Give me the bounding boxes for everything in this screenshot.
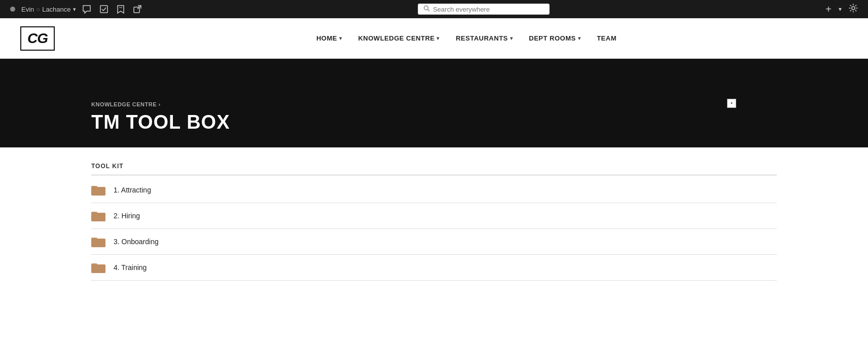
search-input[interactable] <box>433 6 544 13</box>
folder-icon <box>91 262 105 273</box>
hero-banner: KNOWLEDGE CENTRE › TM TOOL BOX • <box>0 59 868 147</box>
breadcrumb[interactable]: KNOWLEDGE CENTRE › <box>91 101 230 107</box>
nav-item-team[interactable]: TEAM <box>597 34 617 42</box>
nav-bar: CG HOME ▾ KNOWLEDGE CENTRE ▾ RESTAURANTS… <box>0 18 868 59</box>
hero-content: KNOWLEDGE CENTRE › TM TOOL BOX <box>91 101 230 133</box>
nav-item-knowledge-centre[interactable]: KNOWLEDGE CENTRE ▾ <box>358 34 440 42</box>
svg-point-4 <box>424 6 428 10</box>
toolkit-section: TOOL KIT 1. Attracting 2. Hiring 3. Onbo… <box>0 147 868 301</box>
main-nav: HOME ▾ KNOWLEDGE CENTRE ▾ RESTAURANTS ▾ … <box>85 34 848 42</box>
toolkit-item-label: 2. Hiring <box>114 212 140 220</box>
user-first-name: Evin <box>21 6 34 13</box>
list-item[interactable]: 2. Hiring <box>91 203 777 229</box>
svg-rect-18 <box>91 264 105 273</box>
folder-icon <box>91 184 105 196</box>
list-item[interactable]: 3. Onboarding <box>91 229 777 255</box>
user-dropdown-arrow: ▾ <box>73 6 76 13</box>
top-bar-left: Evin ○ Lachance ▾ <box>10 5 142 14</box>
svg-line-5 <box>427 10 429 12</box>
bookmark-icon[interactable] <box>117 5 125 14</box>
dropdown-chevron-icon[interactable]: ▾ <box>839 6 842 13</box>
nav-restaurants-arrow: ▾ <box>510 35 513 41</box>
folder-icon <box>91 210 105 221</box>
toolkit-item-label: 4. Training <box>114 263 147 272</box>
svg-rect-9 <box>91 187 105 196</box>
toolkit-item-label: 3. Onboarding <box>114 238 159 246</box>
svg-rect-0 <box>100 6 107 13</box>
external-link-icon[interactable] <box>133 5 142 14</box>
nav-knowledge-arrow: ▾ <box>437 35 440 41</box>
list-item[interactable]: 1. Attracting <box>91 177 777 203</box>
nav-item-home[interactable]: HOME ▾ <box>316 34 342 42</box>
logo-text: CG <box>27 30 48 46</box>
user-name-display[interactable]: Evin ○ Lachance ▾ <box>21 6 76 13</box>
search-icon <box>423 5 430 13</box>
nav-item-restaurants[interactable]: RESTAURANTS ▾ <box>456 34 513 42</box>
top-bar: Evin ○ Lachance ▾ <box>0 0 868 18</box>
nav-home-arrow: ▾ <box>339 35 342 41</box>
chat-icon[interactable] <box>82 5 91 14</box>
svg-rect-12 <box>91 213 105 221</box>
nav-item-restaurants-label: RESTAURANTS <box>456 34 508 42</box>
svg-point-6 <box>852 7 855 10</box>
nav-item-dept-rooms-label: DEPT ROOMS <box>529 34 575 42</box>
nav-item-home-label: HOME <box>316 34 337 42</box>
page-title: TM TOOL BOX <box>91 111 230 133</box>
nav-item-knowledge-centre-label: KNOWLEDGE CENTRE <box>358 34 435 42</box>
nav-item-team-label: TEAM <box>597 34 617 42</box>
search-bar[interactable] <box>418 4 550 15</box>
svg-rect-15 <box>91 239 105 247</box>
user-separator: ○ <box>36 6 40 13</box>
pin-button[interactable]: • <box>727 99 736 108</box>
list-item[interactable]: 4. Training <box>91 255 777 281</box>
nav-item-dept-rooms[interactable]: DEPT ROOMS ▾ <box>529 34 581 42</box>
folder-icon <box>91 236 105 247</box>
settings-icon[interactable] <box>849 4 858 15</box>
toolkit-section-title: TOOL KIT <box>91 163 777 170</box>
checkmark-icon[interactable] <box>99 5 108 14</box>
logo[interactable]: CG <box>20 26 55 51</box>
toolkit-item-label: 1. Attracting <box>114 186 151 194</box>
toolkit-divider <box>91 175 777 175</box>
top-bar-right: + ▾ <box>825 4 858 15</box>
nav-dept-rooms-arrow: ▾ <box>578 35 581 41</box>
add-icon[interactable]: + <box>825 4 831 15</box>
top-bar-quick-icons <box>82 5 142 14</box>
top-bar-center <box>142 4 826 15</box>
user-company: Lachance <box>42 6 70 13</box>
user-status-dot <box>10 7 15 12</box>
